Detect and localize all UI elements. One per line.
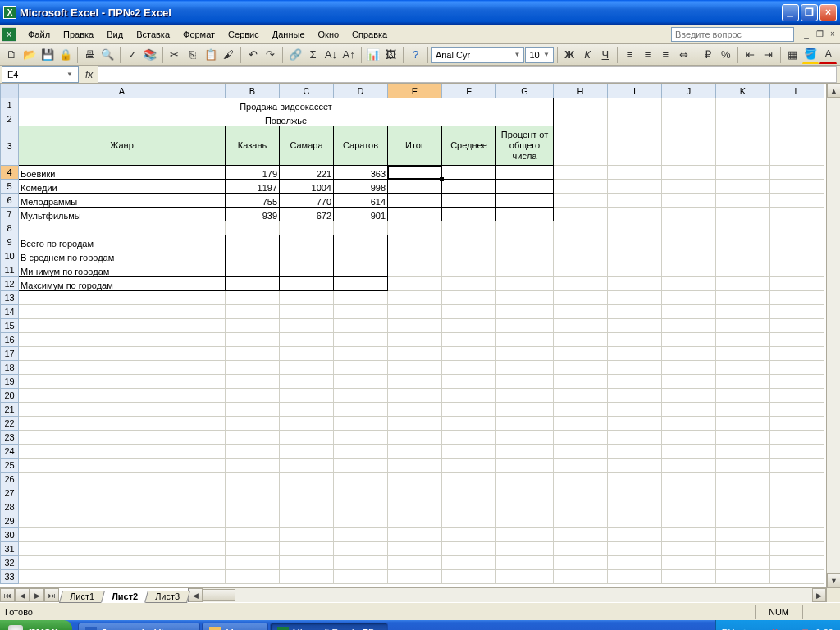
cell[interactable] [442,235,496,249]
cell[interactable] [334,375,388,389]
cell[interactable] [662,180,716,194]
cell[interactable] [662,208,716,221]
cell[interactable] [496,291,554,305]
cell[interactable] [388,472,442,486]
cell[interactable] [662,403,716,417]
cell[interactable] [770,98,824,112]
column-header[interactable]: L [770,84,824,98]
cell[interactable] [280,305,334,319]
cell[interactable] [388,459,442,472]
cell[interactable] [608,166,662,180]
cell[interactable] [496,542,554,556]
cell[interactable]: Саратов [334,126,388,166]
cell[interactable] [334,277,388,291]
cell[interactable] [554,417,608,431]
tray-icon[interactable]: ◆ [754,627,765,630]
sheet-tab[interactable]: Лист3 [144,591,190,603]
cell[interactable] [442,500,496,514]
tab-last-icon[interactable]: ⏭ [44,588,59,602]
cell[interactable] [226,249,280,263]
cell[interactable] [388,305,442,319]
cell[interactable]: 614 [334,194,388,208]
cell[interactable] [662,486,716,500]
cell[interactable] [608,208,662,221]
row-header[interactable]: 15 [1,319,19,333]
fill-handle[interactable] [440,177,444,181]
cell[interactable] [442,431,496,445]
cell[interactable] [770,542,824,556]
cell[interactable] [716,542,770,556]
cell[interactable] [280,389,334,403]
cell[interactable] [496,305,554,319]
cell[interactable] [554,556,608,570]
cell[interactable]: Самара [280,126,334,166]
cell[interactable] [280,277,334,291]
cell[interactable] [554,249,608,263]
scroll-down-icon[interactable]: ▼ [827,573,840,587]
cell[interactable] [280,459,334,472]
cell[interactable] [608,472,662,486]
row-header[interactable]: 11 [1,263,19,277]
cell[interactable] [19,333,226,347]
cell[interactable] [608,361,662,375]
cell[interactable] [496,486,554,500]
cell[interactable]: Среднее [442,126,496,166]
menu-tools[interactable]: Сервис [221,27,266,42]
menu-help[interactable]: Справка [345,27,394,42]
cell[interactable] [334,431,388,445]
cell[interactable] [770,445,824,459]
cell[interactable] [770,126,824,166]
cell[interactable] [496,445,554,459]
cell[interactable] [388,542,442,556]
cell[interactable] [226,305,280,319]
cell[interactable] [334,389,388,403]
cell[interactable] [770,112,824,126]
cell[interactable] [442,221,496,235]
cell[interactable] [334,403,388,417]
cell[interactable] [554,98,608,112]
cell[interactable] [662,431,716,445]
cell[interactable] [19,472,226,486]
cell[interactable] [19,431,226,445]
cell[interactable] [608,291,662,305]
cell[interactable]: 672 [280,208,334,221]
cell[interactable] [226,556,280,570]
cell[interactable] [716,417,770,431]
cell[interactable] [554,459,608,472]
cell[interactable] [496,375,554,389]
cell[interactable] [280,431,334,445]
cell[interactable] [442,417,496,431]
cell[interactable] [442,528,496,542]
cell[interactable] [334,514,388,528]
cell[interactable] [442,319,496,333]
cell[interactable] [442,486,496,500]
cell[interactable] [280,417,334,431]
cell[interactable] [226,375,280,389]
cell[interactable] [608,556,662,570]
cell[interactable] [662,112,716,126]
cell[interactable] [770,291,824,305]
cell[interactable] [388,500,442,514]
cell[interactable] [442,263,496,277]
cell[interactable] [770,486,824,500]
cell[interactable] [442,570,496,584]
cell[interactable] [19,347,226,361]
cell[interactable] [280,319,334,333]
cell[interactable] [662,570,716,584]
undo-icon[interactable]: ↶ [244,46,262,64]
cell[interactable] [19,570,226,584]
cell[interactable] [226,347,280,361]
cell[interactable] [442,542,496,556]
cell[interactable]: Процент от общего числа [496,126,554,166]
row-header[interactable]: 7 [1,208,19,221]
doc-minimize-button[interactable]: _ [801,29,812,40]
row-header[interactable]: 21 [1,403,19,417]
maximize-button[interactable]: ❐ [801,4,818,21]
cell[interactable] [608,305,662,319]
hyperlink-icon[interactable]: 🔗 [286,46,304,64]
cell[interactable] [226,542,280,556]
cell[interactable] [280,445,334,459]
cell[interactable] [554,528,608,542]
cell[interactable] [334,249,388,263]
vertical-scrollbar[interactable]: ▲ ▼ [826,84,840,587]
